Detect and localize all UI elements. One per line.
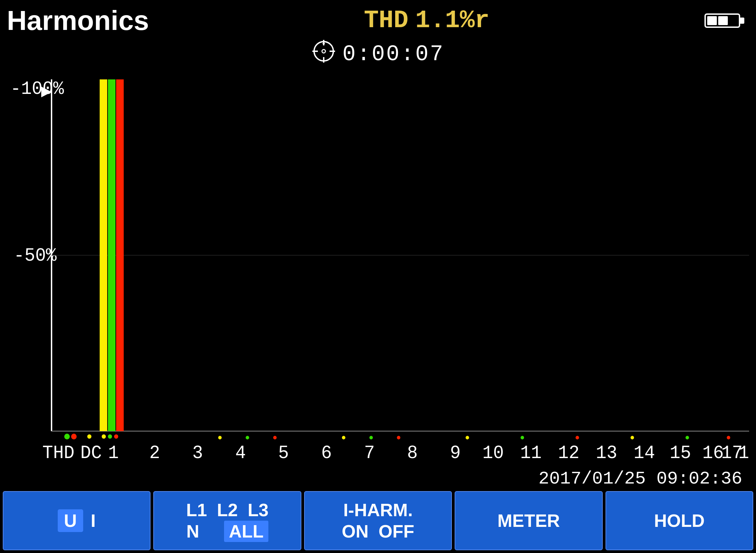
svg-text:5: 5 [278, 443, 289, 464]
svg-point-30 [342, 436, 345, 439]
hold-button[interactable]: HOLD [605, 491, 753, 550]
svg-point-33 [466, 436, 469, 439]
svg-point-38 [727, 436, 730, 439]
svg-text:16: 16 [702, 443, 724, 464]
page-title: Harmonics [7, 5, 149, 36]
svg-text:-50%: -50% [14, 245, 57, 266]
i-harm-button[interactable]: I-HARM. ON OFF [304, 491, 452, 550]
svg-point-27 [218, 436, 222, 439]
l1-l2-l3-button[interactable]: L1 L2 L3 N ALL [153, 491, 301, 550]
svg-point-31 [369, 436, 373, 439]
svg-text:THD: THD [42, 443, 75, 464]
svg-point-35 [576, 436, 579, 439]
button-bar: U I L1 L2 L3 N ALL I-HARM. ON OFF METER … [0, 491, 756, 553]
svg-point-22 [71, 434, 77, 440]
crosshair-icon [312, 39, 336, 69]
harmonic-chart: -100% -50% [7, 72, 749, 467]
svg-point-21 [64, 434, 70, 440]
timer-display: 0:00:07 [343, 42, 445, 67]
svg-text:13: 13 [596, 443, 617, 464]
svg-text:6: 6 [321, 443, 332, 464]
svg-point-37 [686, 436, 689, 439]
svg-point-23 [87, 434, 91, 439]
svg-text:7: 7 [364, 443, 375, 464]
svg-text:2: 2 [149, 443, 160, 464]
thd-value: 1.1%r [415, 7, 490, 35]
svg-text:4: 4 [235, 443, 246, 464]
svg-text:10: 10 [482, 443, 504, 464]
svg-point-26 [114, 434, 118, 439]
svg-text:12: 12 [558, 443, 579, 464]
svg-text:14: 14 [634, 443, 655, 464]
svg-text:DC: DC [80, 443, 102, 464]
svg-point-32 [397, 436, 400, 439]
svg-text:15: 15 [670, 443, 691, 464]
svg-point-24 [102, 434, 106, 439]
svg-point-28 [246, 436, 249, 439]
svg-text:1: 1 [108, 443, 119, 464]
date-display: 2017/01/25 09:02:36 [538, 469, 742, 489]
svg-text:18: 18 [738, 443, 749, 464]
svg-rect-1 [740, 18, 744, 24]
svg-text:8: 8 [407, 443, 418, 464]
svg-point-5 [322, 50, 325, 53]
svg-rect-18 [100, 79, 107, 431]
u-i-button[interactable]: U I [3, 491, 151, 550]
svg-rect-2 [707, 16, 717, 25]
svg-rect-19 [108, 79, 115, 431]
svg-text:-100%: -100% [10, 78, 64, 99]
svg-text:11: 11 [520, 443, 542, 464]
svg-point-29 [273, 436, 277, 439]
svg-text:3: 3 [192, 443, 203, 464]
battery-icon [704, 11, 746, 30]
svg-rect-3 [718, 16, 728, 25]
thd-label: THD [364, 7, 409, 35]
svg-point-34 [521, 436, 524, 439]
meter-button[interactable]: METER [455, 491, 602, 550]
svg-rect-20 [116, 79, 124, 431]
svg-text:9: 9 [450, 443, 460, 464]
svg-point-25 [108, 434, 112, 439]
svg-point-36 [631, 436, 634, 439]
